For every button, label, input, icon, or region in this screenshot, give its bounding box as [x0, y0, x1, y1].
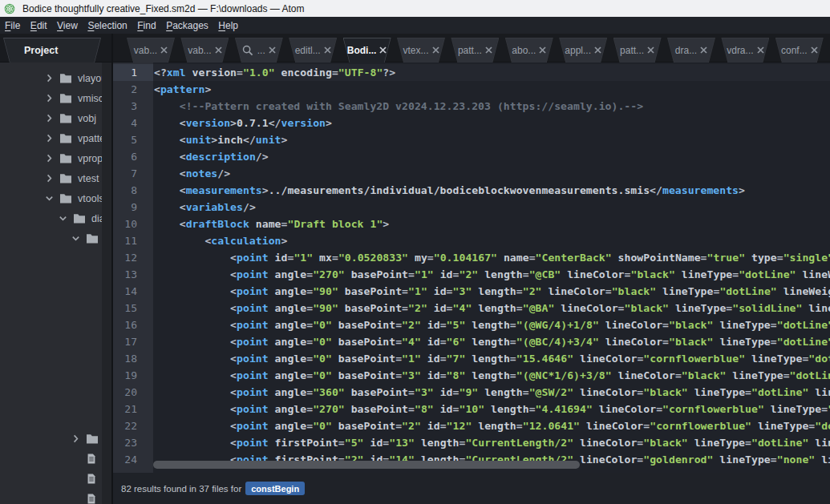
code-line-20[interactable]: <point angle="360" basePoint="3" id="9" … [153, 384, 830, 401]
code-line-23[interactable]: <point firstPoint="5" id="13" length="Cu… [153, 434, 830, 451]
tree-item-vobj[interactable]: vobj [0, 108, 102, 128]
code-line-3[interactable]: <!--Pattern created with Seamly2D v2024.… [153, 98, 830, 115]
code-area[interactable]: <?xml version="1.0" encoding="UTF-8"?><p… [153, 62, 830, 473]
menu-edit[interactable]: Edit [30, 18, 47, 34]
code-line-9[interactable]: <variables/> [153, 199, 830, 216]
code-line-8[interactable]: <measurements>../measurements/individual… [153, 182, 830, 199]
tab-label: editl... [295, 45, 321, 56]
tab-label: patt... [458, 45, 482, 56]
tree-item-vlayou[interactable]: vlayou [0, 68, 102, 88]
chevron-right-icon[interactable] [46, 74, 53, 83]
tab-label: abo... [512, 45, 536, 56]
code-line-14[interactable]: <point angle="90" basePoint="1" id="3" l… [153, 283, 830, 300]
tree-item-vmisc[interactable]: vmisc [0, 88, 102, 108]
code-line-17[interactable]: <point angle="0" basePoint="4" id="6" le… [153, 333, 830, 350]
chevron-right-icon[interactable] [46, 114, 53, 123]
code-line-18[interactable]: <point angle="0" basePoint="1" id="7" le… [153, 350, 830, 367]
tab-label: vdra... [727, 45, 753, 56]
code-line-15[interactable]: <point angle="90" basePoint="2" id="4" l… [153, 300, 830, 317]
editor-tab-Bodi[interactable]: Bodi... [343, 38, 391, 62]
code-editor[interactable]: 123456789101112131415161718192021222324 … [113, 62, 830, 473]
code-line-19[interactable]: <point angle="0" basePoint="3" id="8" le… [153, 367, 830, 384]
editor-tab-appl[interactable]: appl... [559, 38, 607, 62]
tab-close-icon[interactable] [700, 46, 707, 54]
tab-close-icon[interactable] [324, 46, 331, 54]
tree-item[interactable] [0, 429, 102, 449]
editor-tab-patt[interactable]: patt... [613, 38, 662, 62]
editor-tab-vtex[interactable]: vtex... [397, 38, 445, 62]
tree-scrollbar-track[interactable] [102, 62, 111, 504]
tab-close-icon[interactable] [269, 46, 276, 54]
horizontal-scrollbar-thumb[interactable] [153, 461, 580, 469]
code-line-21[interactable]: <point angle="270" basePoint="8" id="10"… [153, 401, 830, 417]
editor-tab-editl[interactable]: editl... [289, 38, 337, 62]
code-line-12[interactable]: <point id="1" mx="0.0520833" my="0.10416… [153, 249, 830, 266]
code-line-4[interactable]: <version>0.7.1</version> [153, 115, 830, 131]
editor-tab-vdra[interactable]: vdra... [721, 38, 769, 62]
code-line-1[interactable]: <?xml version="1.0" encoding="UTF-8"?> [153, 64, 830, 81]
code-line-7[interactable]: <notes/> [153, 165, 830, 182]
editor-tab-vab[interactable]: vab... [180, 38, 229, 62]
tab-close-icon[interactable] [647, 46, 654, 54]
tree-item-dia[interactable]: dia [0, 208, 102, 228]
tab-label: Bodi... [347, 45, 377, 56]
tree-item-vpatte[interactable]: vpatte [0, 128, 102, 148]
menu-selection[interactable]: Selection [87, 18, 127, 34]
menu-bar: FileEditViewSelectionFindPackagesHelp [0, 17, 830, 34]
tree-item[interactable] [0, 489, 102, 504]
tree-item-vtools[interactable]: vtools [0, 188, 102, 208]
tree-item[interactable] [0, 469, 102, 489]
tree-row-clipped [0, 268, 102, 288]
code-line-6[interactable]: <description/> [153, 148, 830, 165]
tab-project[interactable]: Project [3, 38, 101, 62]
folder-icon [59, 192, 72, 204]
code-line-16[interactable]: <point angle="0" basePoint="2" id="5" le… [153, 317, 830, 333]
chevron-right-icon[interactable] [46, 154, 53, 163]
menu-packages[interactable]: Packages [166, 18, 209, 34]
code-line-11[interactable]: <calculation> [153, 232, 830, 249]
title-bar: Bodice thoughtfully creative_Fixed.sm2d … [0, 0, 830, 17]
tree-item-vprop[interactable]: vprop [0, 148, 102, 168]
chevron-down-icon[interactable] [46, 194, 53, 203]
menu-file[interactable]: File [5, 18, 20, 34]
chevron-right-icon[interactable] [46, 94, 53, 103]
chevron-down-icon[interactable] [59, 214, 67, 223]
tab-close-icon[interactable] [160, 46, 168, 54]
line-number: 7 [113, 165, 153, 182]
folder-icon [59, 132, 72, 144]
code-line-2[interactable]: <pattern> [153, 81, 830, 98]
chevron-down-icon[interactable] [72, 234, 79, 243]
tab-close-icon[interactable] [485, 46, 492, 54]
editor-tab-vab[interactable]: vab... [127, 38, 175, 62]
chevron-right-icon[interactable] [46, 134, 53, 143]
editor-tab-dra[interactable]: dra... [667, 38, 715, 62]
code-line-10[interactable]: <draftBlock name="Draft block 1"> [153, 216, 830, 232]
tab-close-icon[interactable] [379, 46, 387, 54]
editor-tab-patt[interactable]: patt... [451, 38, 499, 62]
tree-item-vtest[interactable]: vtest [0, 168, 102, 188]
editor-tab-abo[interactable]: abo... [505, 38, 553, 62]
menu-find[interactable]: Find [137, 18, 156, 34]
tab-close-icon[interactable] [594, 46, 601, 54]
editor-tab-conf[interactable]: conf... [775, 38, 824, 62]
code-line-22[interactable]: <point angle="0" basePoint="2" id="12" l… [153, 417, 830, 434]
code-line-13[interactable]: <point angle="270" basePoint="1" id="2" … [153, 266, 830, 283]
tab-close-icon[interactable] [539, 46, 546, 54]
tab-close-icon[interactable] [811, 46, 818, 54]
tab-close-icon[interactable] [757, 46, 764, 54]
editor-tab-[interactable]: ... [235, 38, 283, 62]
tab-close-icon[interactable] [432, 46, 439, 54]
tab-close-icon[interactable] [215, 46, 222, 54]
tree-item[interactable] [0, 228, 102, 248]
folder-icon [73, 212, 86, 224]
folder-icon [59, 152, 72, 164]
tree-item[interactable] [0, 449, 102, 469]
tab-label: vab... [188, 45, 211, 56]
code-line-5[interactable]: <unit>inch</unit> [153, 131, 830, 148]
search-query-chip: constBegin [245, 482, 305, 495]
chevron-right-icon[interactable] [72, 434, 79, 443]
menu-help[interactable]: Help [218, 18, 238, 34]
menu-view[interactable]: View [57, 18, 78, 34]
chevron-right-icon[interactable] [46, 174, 53, 183]
folder-icon [86, 433, 99, 445]
